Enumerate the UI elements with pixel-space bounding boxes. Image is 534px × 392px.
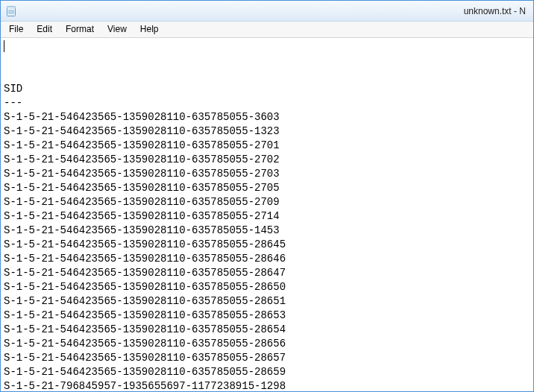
menu-format[interactable]: Format [59,22,101,37]
menu-edit[interactable]: Edit [30,22,59,37]
menu-view[interactable]: View [101,22,134,37]
titlebar[interactable]: unknown.txt - N [1,1,533,22]
svg-rect-1 [7,6,16,8]
notepad-window: unknown.txt - N File Edit Format View He… [0,0,534,392]
menu-help[interactable]: Help [134,22,166,37]
menu-file[interactable]: File [2,22,30,37]
window-title: unknown.txt - N [23,6,529,16]
text-caret [4,40,4,52]
text-editor-area[interactable]: SID --- S-1-5-21-546423565-1359028110-63… [1,38,533,391]
menubar: File Edit Format View Help [1,22,533,38]
notepad-icon [5,5,17,17]
